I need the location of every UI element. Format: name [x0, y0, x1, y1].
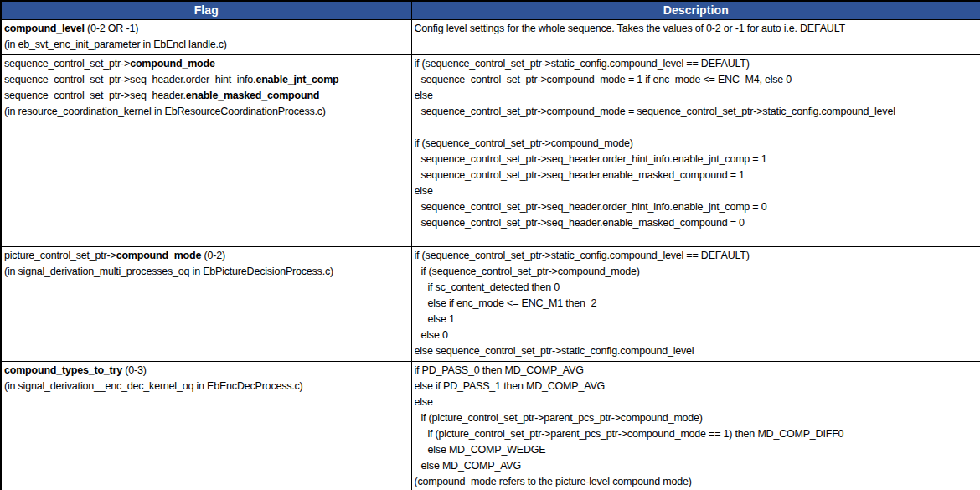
description-line: sequence_control_set_ptr->seq_header.ena… [415, 215, 978, 231]
flag-line: sequence_control_set_ptr->compound_mode [4, 56, 409, 72]
description-line: if PD_PASS_0 then MD_COMP_AVG [415, 363, 978, 379]
description-cell: if (sequence_control_set_ptr->static_con… [411, 54, 980, 246]
table-row: compound_types_to_try (0-3)(in signal_de… [1, 361, 980, 490]
description-line: (compound_mode refers to the picture-lev… [415, 474, 978, 490]
description-line: Config level settings for the whole sequ… [415, 21, 978, 37]
description-line: if (sequence_control_set_ptr->compound_m… [415, 264, 978, 280]
flag-cell: compound_types_to_try (0-3)(in signal_de… [1, 361, 411, 490]
description-line: else MD_COMP_WEDGE [415, 442, 978, 458]
flag-line: compound_level (0-2 OR -1) [4, 21, 409, 37]
table-body: compound_level (0-2 OR -1)(in eb_svt_enc… [1, 19, 980, 490]
flag-line: (in resource_coordination_kernel in EbRe… [4, 104, 409, 120]
description-line: else if enc_mode <= ENC_M1 then 2 [415, 296, 978, 312]
flag-line: (in signal_derivation_multi_processes_oq… [4, 264, 409, 280]
description-line: else 1 [415, 312, 978, 328]
description-line: else [415, 395, 978, 410]
description-line: sequence_control_set_ptr->seq_header.ena… [415, 168, 978, 183]
flag-cell: picture_control_set_ptr->compound_mode (… [1, 246, 411, 361]
flag-line: (in signal_derivation__enc_dec_kernel_oq… [4, 379, 409, 395]
flag-cell: compound_level (0-2 OR -1)(in eb_svt_enc… [1, 19, 411, 54]
table-row: sequence_control_set_ptr->compound_modes… [1, 54, 980, 246]
description-line: sequence_control_set_ptr->compound_mode … [415, 72, 978, 88]
description-line: if (sequence_control_set_ptr->static_con… [415, 56, 978, 72]
flag-line: sequence_control_set_ptr->seq_header.ord… [4, 72, 409, 88]
description-line: if (picture_control_set_ptr->parent_pcs_… [415, 426, 978, 442]
description-line: else MD_COMP_AVG [415, 458, 978, 474]
description-line: else [415, 183, 978, 199]
description-cell: Config level settings for the whole sequ… [411, 19, 980, 54]
flag-line: picture_control_set_ptr->compound_mode (… [4, 248, 409, 264]
description-line: if sc_content_detected then 0 [415, 280, 978, 296]
flag-line: (in eb_svt_enc_init_parameter in EbEncHa… [4, 37, 409, 53]
description-cell: if PD_PASS_0 then MD_COMP_AVGelse if PD_… [411, 361, 980, 490]
description-line: else if PD_PASS_1 then MD_COMP_AVG [415, 379, 978, 395]
description-cell: if (sequence_control_set_ptr->static_con… [411, 246, 980, 361]
table-row: compound_level (0-2 OR -1)(in eb_svt_enc… [1, 19, 980, 54]
description-line: else [415, 88, 978, 104]
description-column-header: Description [411, 1, 980, 19]
description-line: sequence_control_set_ptr->seq_header.ord… [415, 199, 978, 215]
flag-table: Flag Description compound_level (0-2 OR … [0, 0, 980, 490]
flag-line: sequence_control_set_ptr->seq_header.ena… [4, 88, 409, 104]
description-line [415, 120, 978, 136]
description-line: if (sequence_control_set_ptr->static_con… [415, 248, 978, 264]
flag-line: compound_types_to_try (0-3) [4, 363, 409, 379]
description-line: else sequence_control_set_ptr->static_co… [415, 343, 978, 359]
table-row: picture_control_set_ptr->compound_mode (… [1, 246, 980, 361]
description-line: sequence_control_set_ptr->compound_mode … [415, 104, 978, 120]
description-line: else 0 [415, 328, 978, 343]
flag-cell: sequence_control_set_ptr->compound_modes… [1, 54, 411, 246]
description-line: if (picture_control_set_ptr->parent_pcs_… [415, 410, 978, 426]
flag-column-header: Flag [1, 1, 411, 19]
description-line: sequence_control_set_ptr->seq_header.ord… [415, 152, 978, 168]
description-line: if (sequence_control_set_ptr->compound_m… [415, 136, 978, 152]
header-row: Flag Description [1, 1, 980, 19]
